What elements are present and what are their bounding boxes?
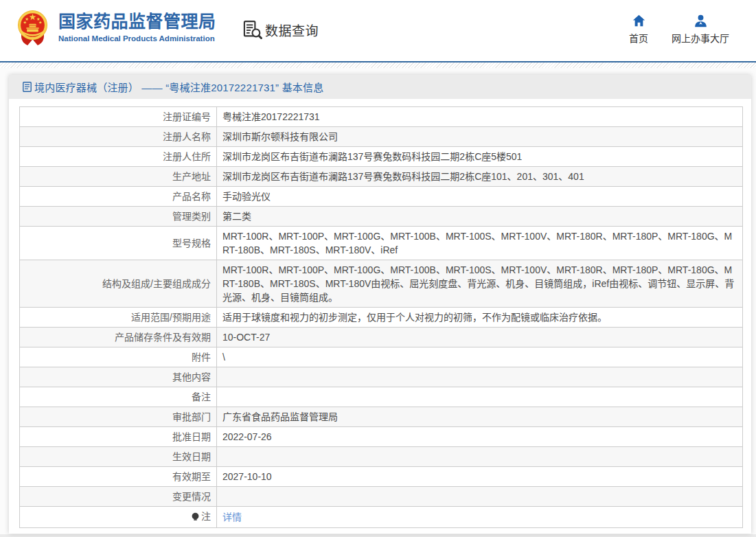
detail-link[interactable]: 详情 bbox=[222, 512, 242, 523]
logo-text: 国家药品监督管理局 National Medical Products Admi… bbox=[58, 8, 216, 43]
field-label: 产品储存条件及有效期 bbox=[20, 328, 217, 347]
content-container: 境内医疗器械（注册） —— “粤械注准20172221731” 基本信息 注册证… bbox=[9, 75, 751, 534]
user-icon bbox=[694, 14, 707, 27]
table-row: 产品储存条件及有效期10-OCT-27 bbox=[20, 328, 743, 347]
field-value: 粤械注准20172221731 bbox=[217, 107, 743, 127]
field-label: 注 bbox=[20, 507, 217, 528]
field-label: 生效日期 bbox=[20, 447, 217, 467]
field-value bbox=[217, 487, 743, 507]
field-label: 管理类别 bbox=[20, 207, 217, 227]
field-value: 2027-10-10 bbox=[217, 467, 743, 487]
field-label: 有效期至 bbox=[20, 467, 217, 487]
field-value: 适用于球镜度和视力的初步测定，仅用于个人对视力的初筛，不作为配镜或临床治疗依据。 bbox=[217, 308, 743, 328]
field-label: 附件 bbox=[20, 347, 217, 367]
field-label: 变更情况 bbox=[20, 487, 217, 507]
nav-label-service-hall: 网上办事大厅 bbox=[672, 31, 729, 45]
field-value: 深圳市龙岗区布吉街道布澜路137号赛兔数码科技园二期2栋C座5楼501 bbox=[217, 147, 743, 167]
field-label: 其他内容 bbox=[20, 367, 217, 387]
section-label: 数据查询 bbox=[265, 21, 319, 39]
field-label: 备注 bbox=[20, 387, 217, 407]
field-value bbox=[217, 447, 743, 467]
home-icon bbox=[632, 14, 645, 27]
field-value: MRT-100R、MRT-100P、MRT-100G、MRT-100B、MRT-… bbox=[217, 227, 743, 260]
field-value bbox=[217, 387, 743, 407]
table-row: 批准日期2022-07-26 bbox=[20, 427, 743, 447]
table-row: 产品名称手动验光仪 bbox=[20, 187, 743, 207]
document-search-icon bbox=[242, 19, 262, 40]
field-value bbox=[217, 367, 743, 387]
field-value: 手动验光仪 bbox=[217, 187, 743, 207]
header: 国家药品监督管理局 National Medical Products Admi… bbox=[0, 0, 756, 61]
document-icon bbox=[23, 82, 32, 92]
field-value: 深圳市斯尔顿科技有限公司 bbox=[217, 127, 743, 147]
field-value: 广东省食品药品监督管理局 bbox=[217, 407, 743, 427]
field-label: 型号规格 bbox=[20, 227, 217, 260]
field-label: 批准日期 bbox=[20, 427, 217, 447]
page-title-bar: 境内医疗器械（注册） —— “粤械注准20172221731” 基本信息 bbox=[9, 75, 751, 99]
field-label: 结构及组成/主要组成成分 bbox=[20, 260, 217, 308]
table-row: 审批部门广东省食品药品监督管理局 bbox=[20, 407, 743, 427]
national-emblem-icon bbox=[17, 10, 48, 47]
table-row: 结构及组成/主要组成成分MRT-100R、MRT-100P、MRT-100G、M… bbox=[20, 260, 743, 308]
field-label: 注册人住所 bbox=[20, 147, 217, 167]
table-row: 注册人住所深圳市龙岗区布吉街道布澜路137号赛兔数码科技园二期2栋C座5楼501 bbox=[20, 147, 743, 167]
nav-item-home[interactable]: 首页 bbox=[629, 14, 648, 45]
field-value: \ bbox=[217, 347, 743, 367]
field-label: 生产地址 bbox=[20, 167, 217, 187]
site-title-cn: 国家药品监督管理局 bbox=[58, 12, 216, 32]
table-row: 生效日期 bbox=[20, 447, 743, 467]
table-row: 注册人名称深圳市斯尔顿科技有限公司 bbox=[20, 127, 743, 147]
nmpa-logo[interactable]: 国家药品监督管理局 National Medical Products Admi… bbox=[17, 8, 216, 47]
table-row: 其他内容 bbox=[20, 367, 743, 387]
table-row: 注详情 bbox=[20, 507, 743, 528]
field-label: 注册证编号 bbox=[20, 107, 217, 127]
page-title: 境内医疗器械（注册） —— “粤械注准20172221731” 基本信息 bbox=[34, 80, 323, 94]
field-label: 产品名称 bbox=[20, 187, 217, 207]
table-row: 备注 bbox=[20, 387, 743, 407]
nav-label-home: 首页 bbox=[629, 31, 648, 45]
field-value: 详情 bbox=[217, 507, 743, 528]
field-label: 适用范围/预期用途 bbox=[20, 308, 217, 328]
bulb-icon bbox=[191, 511, 200, 525]
table-row: 注册证编号粤械注准20172221731 bbox=[20, 107, 743, 127]
footer-strip bbox=[0, 534, 756, 537]
table-row: 型号规格MRT-100R、MRT-100P、MRT-100G、MRT-100B、… bbox=[20, 227, 743, 260]
registration-info-table: 注册证编号粤械注准20172221731注册人名称深圳市斯尔顿科技有限公司注册人… bbox=[19, 106, 743, 528]
table-wrap: 注册证编号粤械注准20172221731注册人名称深圳市斯尔顿科技有限公司注册人… bbox=[19, 106, 743, 528]
field-label: 审批部门 bbox=[20, 407, 217, 427]
table-row: 管理类别第二类 bbox=[20, 207, 743, 227]
field-value: 2022-07-26 bbox=[217, 427, 743, 447]
field-value: MRT-100R、MRT-100P、MRT-100G、MRT-100B、MRT-… bbox=[217, 260, 743, 308]
table-row: 适用范围/预期用途适用于球镜度和视力的初步测定，仅用于个人对视力的初筛，不作为配… bbox=[20, 308, 743, 328]
field-value: 深圳市龙岗区布吉街道布澜路137号赛兔数码科技园二期2栋C座101、201、30… bbox=[217, 167, 743, 187]
top-nav: 首页 网上办事大厅 bbox=[606, 14, 729, 45]
site-title-en: National Medical Products Administration bbox=[58, 34, 216, 43]
header-stripe-band bbox=[0, 62, 756, 68]
data-query-entry[interactable]: 数据查询 bbox=[242, 19, 319, 40]
table-row: 生产地址深圳市龙岗区布吉街道布澜路137号赛兔数码科技园二期2栋C座101、20… bbox=[20, 167, 743, 187]
table-row: 变更情况 bbox=[20, 487, 743, 507]
table-row: 有效期至2027-10-10 bbox=[20, 467, 743, 487]
field-value: 10-OCT-27 bbox=[217, 328, 743, 347]
table-row: 附件\ bbox=[20, 347, 743, 367]
field-value: 第二类 bbox=[217, 207, 743, 227]
field-label: 注册人名称 bbox=[20, 127, 217, 147]
nav-item-service-hall[interactable]: 网上办事大厅 bbox=[672, 14, 729, 45]
